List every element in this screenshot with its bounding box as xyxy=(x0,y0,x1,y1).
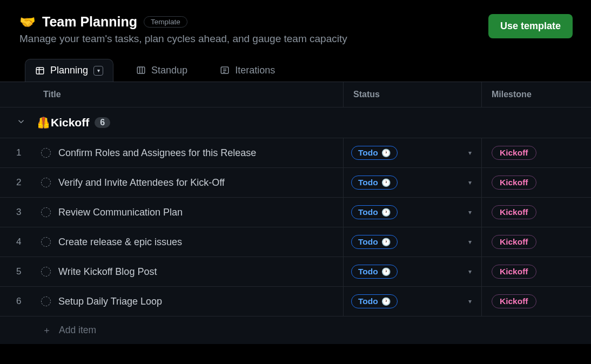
draft-issue-icon xyxy=(41,237,51,247)
svg-rect-1 xyxy=(137,67,145,73)
column-header-title[interactable]: Title xyxy=(0,82,344,107)
status-pill[interactable]: Todo🕐 xyxy=(351,294,398,308)
draft-issue-icon xyxy=(41,148,51,158)
status-pill[interactable]: Todo🕐 xyxy=(351,235,398,249)
tab-planning[interactable]: Planning ▾ xyxy=(25,59,113,82)
status-label: Todo xyxy=(358,267,378,277)
item-title[interactable]: Review Communication Plan xyxy=(58,207,183,218)
row-number: 2 xyxy=(16,177,26,188)
status-dropdown-icon[interactable]: ▾ xyxy=(468,238,472,246)
status-dropdown-icon[interactable]: ▾ xyxy=(468,298,472,305)
list-icon xyxy=(220,65,230,75)
status-dropdown-icon[interactable]: ▾ xyxy=(468,208,472,216)
template-badge: Template xyxy=(144,16,187,28)
table-row[interactable]: 1Confirm Roles and Assignees for this Re… xyxy=(0,138,591,168)
column-header-row: Title Status Milestone xyxy=(0,82,591,107)
group-name: Kickoff xyxy=(51,116,89,129)
table-icon xyxy=(35,66,45,76)
tab-iterations[interactable]: Iterations xyxy=(210,59,285,82)
draft-issue-icon xyxy=(41,296,51,306)
item-title[interactable]: Create release & epic issues xyxy=(58,237,182,248)
use-template-button[interactable]: Use template xyxy=(488,14,573,38)
view-tabs: Planning ▾ Standup Iterations xyxy=(0,51,591,82)
status-label: Todo xyxy=(358,296,378,306)
clock-icon: 🕐 xyxy=(381,149,391,157)
clock-icon: 🕐 xyxy=(381,178,391,187)
status-label: Todo xyxy=(358,178,378,187)
table-row[interactable]: 2Verify and Invite Attendees for Kick-Of… xyxy=(0,168,591,198)
add-item-label: Add item xyxy=(59,325,96,336)
draft-issue-icon xyxy=(41,267,51,277)
item-title[interactable]: Verify and Invite Attendees for Kick-Off xyxy=(58,177,225,188)
draft-issue-icon xyxy=(41,207,51,217)
status-dropdown-icon[interactable]: ▾ xyxy=(468,179,472,186)
row-number: 3 xyxy=(16,207,26,218)
add-item-row[interactable]: ＋ Add item xyxy=(0,316,591,344)
board-icon xyxy=(136,65,146,75)
status-pill[interactable]: Todo🕐 xyxy=(351,205,398,219)
page-subtitle: Manage your team's tasks, plan cycles ah… xyxy=(19,33,347,45)
status-dropdown-icon[interactable]: ▾ xyxy=(468,149,472,157)
row-number: 4 xyxy=(16,237,26,247)
handshake-icon: 🤝 xyxy=(19,15,36,30)
milestone-pill[interactable]: Kickoff xyxy=(492,294,536,308)
table-row[interactable]: 4Create release & epic issuesTodo🕐▾Kicko… xyxy=(0,227,591,257)
tab-standup[interactable]: Standup xyxy=(126,59,197,82)
svg-rect-0 xyxy=(36,68,44,74)
milestone-pill[interactable]: Kickoff xyxy=(492,265,536,279)
page-title: Team Planning xyxy=(42,14,137,30)
tab-label: Planning xyxy=(50,65,88,76)
kickoff-icon: 🦺 xyxy=(37,116,50,129)
status-label: Todo xyxy=(358,148,378,158)
page-header: 🤝 Team Planning Template Manage your tea… xyxy=(0,0,591,51)
draft-issue-icon xyxy=(41,178,51,187)
item-title[interactable]: Confirm Roles and Assignees for this Rel… xyxy=(58,147,256,159)
clock-icon: 🕐 xyxy=(381,297,391,306)
status-label: Todo xyxy=(358,207,378,217)
status-pill[interactable]: Todo🕐 xyxy=(351,265,398,279)
milestone-pill[interactable]: Kickoff xyxy=(492,205,536,219)
table-row[interactable]: 6Setup Daily Triage LoopTodo🕐▾Kickoff xyxy=(0,287,591,316)
tab-label: Standup xyxy=(151,65,187,76)
status-label: Todo xyxy=(358,237,378,247)
tab-menu-icon[interactable]: ▾ xyxy=(93,66,103,76)
milestone-pill[interactable]: Kickoff xyxy=(492,176,536,190)
board: Title Status Milestone 🦺 Kickoff 6 1Conf… xyxy=(0,82,591,344)
status-dropdown-icon[interactable]: ▾ xyxy=(468,268,472,275)
item-title[interactable]: Setup Daily Triage Loop xyxy=(58,296,162,307)
table-row[interactable]: 3Review Communication PlanTodo🕐▾Kickoff xyxy=(0,198,591,227)
chevron-down-icon[interactable] xyxy=(16,117,26,129)
clock-icon: 🕐 xyxy=(381,208,391,217)
plus-icon: ＋ xyxy=(42,324,51,336)
row-number: 6 xyxy=(16,296,26,307)
milestone-pill[interactable]: Kickoff xyxy=(492,235,536,249)
row-number: 5 xyxy=(16,266,26,277)
clock-icon: 🕐 xyxy=(381,267,391,276)
table-row[interactable]: 5Write Kickoff Blog PostTodo🕐▾Kickoff xyxy=(0,257,591,287)
status-pill[interactable]: Todo🕐 xyxy=(351,176,398,190)
status-pill[interactable]: Todo🕐 xyxy=(351,146,398,160)
column-header-status[interactable]: Status xyxy=(344,82,482,107)
group-header-kickoff[interactable]: 🦺 Kickoff 6 xyxy=(0,107,591,138)
item-title[interactable]: Write Kickoff Blog Post xyxy=(58,266,157,278)
milestone-pill[interactable]: Kickoff xyxy=(492,146,536,160)
group-count-badge: 6 xyxy=(95,117,110,128)
row-number: 1 xyxy=(16,147,26,158)
clock-icon: 🕐 xyxy=(381,238,391,246)
tab-label: Iterations xyxy=(235,65,275,76)
column-header-milestone[interactable]: Milestone xyxy=(482,82,591,107)
